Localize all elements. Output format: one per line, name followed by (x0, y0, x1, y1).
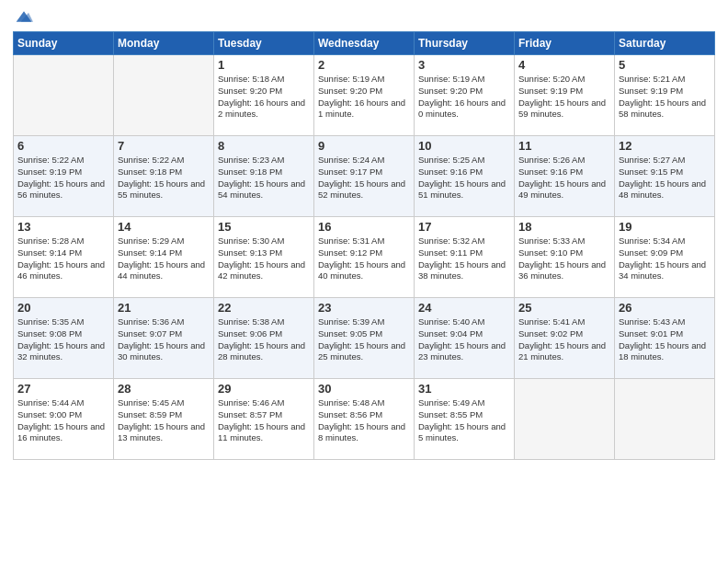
calendar-day-cell (615, 379, 715, 460)
calendar-week-row: 1Sunrise: 5:18 AM Sunset: 9:20 PM Daylig… (14, 55, 715, 136)
day-info: Sunrise: 5:34 AM Sunset: 9:09 PM Dayligh… (619, 236, 711, 282)
calendar-day-cell: 15Sunrise: 5:30 AM Sunset: 9:13 PM Dayli… (214, 217, 314, 298)
day-number: 8 (218, 139, 310, 153)
day-number: 20 (17, 301, 109, 315)
calendar-week-row: 27Sunrise: 5:44 AM Sunset: 9:00 PM Dayli… (14, 379, 715, 460)
calendar-day-cell: 4Sunrise: 5:20 AM Sunset: 9:19 PM Daylig… (515, 55, 615, 136)
calendar-day-cell: 8Sunrise: 5:23 AM Sunset: 9:18 PM Daylig… (214, 136, 314, 217)
day-info: Sunrise: 5:32 AM Sunset: 9:11 PM Dayligh… (418, 236, 510, 282)
day-number: 15 (218, 220, 310, 234)
day-number: 26 (619, 301, 711, 315)
calendar-day-cell: 9Sunrise: 5:24 AM Sunset: 9:17 PM Daylig… (314, 136, 415, 217)
day-number: 21 (118, 301, 210, 315)
weekday-header: Friday (515, 32, 615, 55)
calendar-week-row: 20Sunrise: 5:35 AM Sunset: 9:08 PM Dayli… (14, 298, 715, 379)
day-info: Sunrise: 5:40 AM Sunset: 9:04 PM Dayligh… (418, 316, 510, 363)
day-number: 16 (318, 220, 410, 234)
weekday-header: Tuesday (214, 32, 314, 55)
day-number: 6 (17, 139, 109, 153)
day-number: 9 (318, 139, 410, 153)
weekday-header: Thursday (415, 32, 515, 55)
calendar-day-cell: 5Sunrise: 5:21 AM Sunset: 9:19 PM Daylig… (615, 55, 715, 136)
day-info: Sunrise: 5:26 AM Sunset: 9:16 PM Dayligh… (518, 155, 610, 201)
calendar-day-cell: 10Sunrise: 5:25 AM Sunset: 9:16 PM Dayli… (415, 136, 515, 217)
calendar-day-cell: 14Sunrise: 5:29 AM Sunset: 9:14 PM Dayli… (114, 217, 214, 298)
day-number: 2 (318, 58, 410, 72)
day-number: 14 (118, 220, 210, 234)
day-number: 1 (218, 58, 310, 72)
weekday-header: Monday (114, 32, 214, 55)
weekday-header: Sunday (14, 32, 114, 55)
day-info: Sunrise: 5:18 AM Sunset: 9:20 PM Dayligh… (218, 74, 310, 121)
day-info: Sunrise: 5:30 AM Sunset: 9:13 PM Dayligh… (218, 236, 310, 282)
calendar-container: SundayMondayTuesdayWednesdayThursdayFrid… (0, 0, 728, 563)
day-number: 12 (619, 139, 711, 153)
day-info: Sunrise: 5:31 AM Sunset: 9:12 PM Dayligh… (318, 236, 410, 282)
calendar-week-row: 13Sunrise: 5:28 AM Sunset: 9:14 PM Dayli… (14, 217, 715, 298)
day-info: Sunrise: 5:38 AM Sunset: 9:06 PM Dayligh… (218, 316, 310, 363)
day-info: Sunrise: 5:25 AM Sunset: 9:16 PM Dayligh… (418, 155, 510, 201)
day-number: 29 (218, 382, 310, 396)
day-number: 25 (518, 301, 610, 315)
day-number: 24 (418, 301, 510, 315)
calendar-day-cell: 31Sunrise: 5:49 AM Sunset: 8:55 PM Dayli… (415, 379, 515, 460)
calendar-day-cell: 27Sunrise: 5:44 AM Sunset: 9:00 PM Dayli… (14, 379, 114, 460)
calendar-day-cell: 11Sunrise: 5:26 AM Sunset: 9:16 PM Dayli… (515, 136, 615, 217)
day-number: 10 (418, 139, 510, 153)
day-info: Sunrise: 5:21 AM Sunset: 9:19 PM Dayligh… (619, 74, 711, 121)
calendar-day-cell: 26Sunrise: 5:43 AM Sunset: 9:01 PM Dayli… (615, 298, 715, 379)
calendar-day-cell: 25Sunrise: 5:41 AM Sunset: 9:02 PM Dayli… (515, 298, 615, 379)
day-number: 31 (418, 382, 510, 396)
day-info: Sunrise: 5:49 AM Sunset: 8:55 PM Dayligh… (418, 397, 510, 444)
day-number: 11 (518, 139, 610, 153)
day-info: Sunrise: 5:44 AM Sunset: 9:00 PM Dayligh… (17, 397, 109, 444)
day-info: Sunrise: 5:41 AM Sunset: 9:02 PM Dayligh… (518, 316, 610, 363)
day-info: Sunrise: 5:20 AM Sunset: 9:19 PM Dayligh… (518, 74, 610, 121)
day-info: Sunrise: 5:43 AM Sunset: 9:01 PM Dayligh… (619, 316, 711, 363)
day-info: Sunrise: 5:19 AM Sunset: 9:20 PM Dayligh… (318, 74, 410, 121)
logo-icon (15, 7, 33, 26)
calendar-day-cell (515, 379, 615, 460)
calendar-day-cell: 23Sunrise: 5:39 AM Sunset: 9:05 PM Dayli… (314, 298, 415, 379)
day-number: 19 (619, 220, 711, 234)
day-info: Sunrise: 5:24 AM Sunset: 9:17 PM Dayligh… (318, 155, 410, 201)
day-number: 17 (418, 220, 510, 234)
calendar-day-cell (14, 55, 114, 136)
day-number: 30 (318, 382, 410, 396)
calendar-day-cell: 19Sunrise: 5:34 AM Sunset: 9:09 PM Dayli… (615, 217, 715, 298)
day-info: Sunrise: 5:22 AM Sunset: 9:19 PM Dayligh… (17, 155, 109, 201)
day-info: Sunrise: 5:46 AM Sunset: 8:57 PM Dayligh… (218, 397, 310, 444)
calendar-table: SundayMondayTuesdayWednesdayThursdayFrid… (13, 31, 715, 460)
calendar-day-cell: 6Sunrise: 5:22 AM Sunset: 9:19 PM Daylig… (14, 136, 114, 217)
calendar-day-cell: 13Sunrise: 5:28 AM Sunset: 9:14 PM Dayli… (14, 217, 114, 298)
day-info: Sunrise: 5:23 AM Sunset: 9:18 PM Dayligh… (218, 155, 310, 201)
logo-text (13, 9, 33, 26)
calendar-day-cell: 30Sunrise: 5:48 AM Sunset: 8:56 PM Dayli… (314, 379, 415, 460)
day-number: 27 (17, 382, 109, 396)
calendar-day-cell: 21Sunrise: 5:36 AM Sunset: 9:07 PM Dayli… (114, 298, 214, 379)
calendar-day-cell: 7Sunrise: 5:22 AM Sunset: 9:18 PM Daylig… (114, 136, 214, 217)
calendar-day-cell (114, 55, 214, 136)
day-number: 13 (17, 220, 109, 234)
calendar-day-cell: 29Sunrise: 5:46 AM Sunset: 8:57 PM Dayli… (214, 379, 314, 460)
day-info: Sunrise: 5:36 AM Sunset: 9:07 PM Dayligh… (118, 316, 210, 363)
day-info: Sunrise: 5:27 AM Sunset: 9:15 PM Dayligh… (619, 155, 711, 201)
calendar-day-cell: 12Sunrise: 5:27 AM Sunset: 9:15 PM Dayli… (615, 136, 715, 217)
calendar-day-cell: 22Sunrise: 5:38 AM Sunset: 9:06 PM Dayli… (214, 298, 314, 379)
calendar-day-cell: 18Sunrise: 5:33 AM Sunset: 9:10 PM Dayli… (515, 217, 615, 298)
calendar-day-cell: 2Sunrise: 5:19 AM Sunset: 9:20 PM Daylig… (314, 55, 415, 136)
day-number: 5 (619, 58, 711, 72)
day-info: Sunrise: 5:35 AM Sunset: 9:08 PM Dayligh… (17, 316, 109, 363)
calendar-day-cell: 28Sunrise: 5:45 AM Sunset: 8:59 PM Dayli… (114, 379, 214, 460)
calendar-day-cell: 16Sunrise: 5:31 AM Sunset: 9:12 PM Dayli… (314, 217, 415, 298)
day-number: 23 (318, 301, 410, 315)
calendar-day-cell: 1Sunrise: 5:18 AM Sunset: 9:20 PM Daylig… (214, 55, 314, 136)
weekday-header: Wednesday (314, 32, 415, 55)
weekday-header: Saturday (615, 32, 715, 55)
calendar-day-cell: 24Sunrise: 5:40 AM Sunset: 9:04 PM Dayli… (415, 298, 515, 379)
day-info: Sunrise: 5:48 AM Sunset: 8:56 PM Dayligh… (318, 397, 410, 444)
day-info: Sunrise: 5:45 AM Sunset: 8:59 PM Dayligh… (118, 397, 210, 444)
day-number: 3 (418, 58, 510, 72)
calendar-week-row: 6Sunrise: 5:22 AM Sunset: 9:19 PM Daylig… (14, 136, 715, 217)
day-number: 4 (518, 58, 610, 72)
